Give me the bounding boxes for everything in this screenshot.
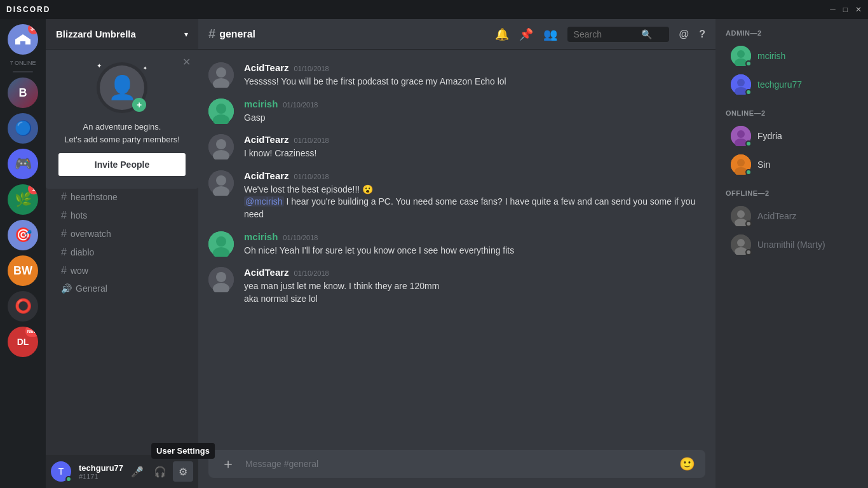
popup-description: An adventure begins. Let's add some part… (64, 121, 180, 146)
avatar-techguru77-sidebar (731, 74, 751, 95)
member-status-fydria (745, 140, 752, 147)
channel-item-voice-general[interactable]: 🔊 General (51, 280, 193, 297)
server-badge-8: NEW (25, 327, 38, 337)
member-sin[interactable]: Sin (721, 151, 863, 179)
server-icon-2[interactable]: 🔵 (8, 113, 38, 144)
message-author-2: mcirish (244, 98, 278, 109)
channel-hash-icon: # (61, 228, 67, 240)
channel-item-hots[interactable]: # hots (51, 207, 193, 224)
current-user-name: techguru77 (79, 463, 125, 473)
user-controls: 🎤 🎧 ⚙ User Settings (127, 461, 193, 482)
member-status-unamithil (745, 249, 752, 255)
server-icon-5[interactable]: 🎯 (8, 220, 38, 250)
avatar-acidtearz-sidebar (731, 206, 751, 226)
server-icon-8[interactable]: DL NEW (8, 327, 38, 357)
channel-item-wow[interactable]: # wow (51, 262, 193, 280)
server-icon-3[interactable]: 🎮 (8, 149, 38, 179)
avatar-mcirish-2 (208, 231, 234, 257)
search-bar[interactable]: 🔍 (567, 27, 669, 42)
avatar-mcirish-sidebar (731, 46, 751, 66)
server-header[interactable]: Blizzard Umbrella ▾ (46, 19, 198, 50)
svg-point-7 (216, 139, 226, 149)
channel-title: # general (208, 27, 487, 41)
channel-list: # general 👤+ ⚙ # hearthstone # hots # ov… (46, 164, 198, 455)
help-icon[interactable]: ? (699, 29, 705, 40)
message-input-wrap: ＋ 🙂 (208, 450, 705, 478)
add-attachment-button[interactable]: ＋ (219, 450, 238, 478)
maximize-button[interactable]: □ (843, 5, 848, 14)
member-techguru77[interactable]: techguru77 (721, 71, 863, 98)
channel-item-diablo[interactable]: # diablo (51, 243, 193, 261)
notification-bell-icon[interactable]: 🔔 (495, 27, 509, 41)
message-timestamp-1: 01/10/2018 (294, 65, 329, 72)
voice-icon: 🔊 (61, 283, 72, 294)
channel-hash-icon: # (61, 265, 67, 276)
member-mcirish[interactable]: mcirish (721, 42, 863, 70)
channel-item-overwatch[interactable]: # overwatch (51, 225, 193, 243)
channel-item-hearthstone[interactable]: # hearthstone (51, 188, 193, 206)
search-submit-icon[interactable]: 🔍 (641, 29, 652, 39)
invite-people-button[interactable]: Invite People (58, 153, 186, 176)
pin-icon[interactable]: 📌 (519, 27, 533, 41)
message-timestamp-6: 01/10/2018 (294, 269, 329, 277)
emoji-button[interactable]: 🙂 (679, 456, 695, 471)
members-list-icon[interactable]: 👥 (543, 27, 557, 41)
channel-title-hash: # (208, 27, 215, 41)
member-unamithil[interactable]: Unamithil (Marty) (721, 231, 863, 259)
user-info: techguru77 #1171 (79, 463, 125, 480)
sparkle-icon-2: ✦ (143, 65, 147, 71)
search-input[interactable] (574, 29, 637, 39)
channel-hash-icon: # (61, 247, 67, 258)
message-input[interactable] (245, 450, 672, 478)
channel-sidebar: Blizzard Umbrella ▾ ✕ 👤 + ✦ ✦ An adventu… (46, 19, 198, 488)
home-badge: 34 (28, 24, 38, 34)
server-icon-7[interactable]: ⭕ (8, 291, 38, 322)
message-group-1: AcidTearz 01/10/2018 Yesssss! You will b… (198, 60, 715, 91)
popup-close-button[interactable]: ✕ (182, 56, 191, 68)
svg-point-19 (737, 50, 745, 58)
message-content-3: AcidTearz 01/10/2018 I know! Craziness! (244, 134, 705, 160)
svg-point-28 (737, 159, 745, 166)
mute-button[interactable]: 🎤 (127, 461, 147, 482)
at-icon[interactable]: @ (679, 29, 689, 40)
message-header-4: AcidTearz 01/10/2018 (244, 170, 705, 181)
message-timestamp-2: 01/10/2018 (283, 101, 318, 109)
avatar-sin-sidebar (731, 154, 751, 175)
server-list: 34 7 ONLINE B 🔵 🎮 🌿 1 🎯 BW ⭕ DL NEW (0, 19, 46, 488)
message-content-2: mcirish 01/10/2018 Gasp (244, 98, 705, 125)
avatar-acidtearz-4 (208, 267, 234, 292)
members-spacer-1 (715, 99, 868, 109)
avatar-fydria-sidebar (731, 126, 751, 146)
member-acidtearz-sidebar[interactable]: AcidTearz (721, 202, 863, 230)
message-group-2: mcirish 01/10/2018 Gasp (198, 96, 715, 127)
avatar-unamithil-sidebar (731, 234, 751, 255)
titlebar: DISCORD ─ □ ✕ (0, 0, 868, 19)
member-name-acidtearz: AcidTearz (757, 211, 796, 221)
channel-title-name: general (219, 29, 255, 40)
message-header-2: mcirish 01/10/2018 (244, 98, 705, 109)
deafen-button[interactable]: 🎧 (150, 461, 170, 482)
close-button[interactable]: ✕ (855, 5, 862, 14)
message-group-4: AcidTearz 01/10/2018 We've lost the best… (198, 168, 715, 224)
avatar-mcirish-1 (208, 98, 234, 124)
user-settings-button[interactable]: ⚙ (173, 461, 193, 482)
popup-avatar-area: 👤 + ✦ ✦ (97, 62, 147, 113)
window-controls: ─ □ ✕ (830, 5, 862, 14)
online-section-title: ONLINE—2 (715, 109, 868, 117)
minimize-button[interactable]: ─ (830, 5, 836, 14)
channel-name-hearthstone: hearthstone (71, 192, 118, 202)
channel-name-diablo: diablo (71, 247, 94, 257)
member-name-fydria: Fydria (757, 131, 782, 141)
svg-point-31 (737, 210, 745, 218)
member-fydria[interactable]: Fydria (721, 122, 863, 150)
server-icon-1[interactable]: B (8, 78, 38, 108)
message-content-1: AcidTearz 01/10/2018 Yesssss! You will b… (244, 62, 705, 88)
home-button[interactable]: 34 (8, 24, 38, 55)
server-icon-6[interactable]: BW (8, 255, 38, 286)
server-icon-4[interactable]: 🌿 1 (8, 184, 38, 215)
messages-area: AcidTearz 01/10/2018 Yesssss! You will b… (198, 50, 715, 450)
user-bar: T techguru77 #1171 🎤 🎧 ⚙ User Settings (46, 455, 198, 488)
message-content-5: mcirish 01/10/2018 Oh nice! Yeah I'll fo… (244, 231, 705, 257)
message-text-2: Gasp (244, 112, 705, 125)
message-author-6: AcidTearz (244, 267, 289, 278)
